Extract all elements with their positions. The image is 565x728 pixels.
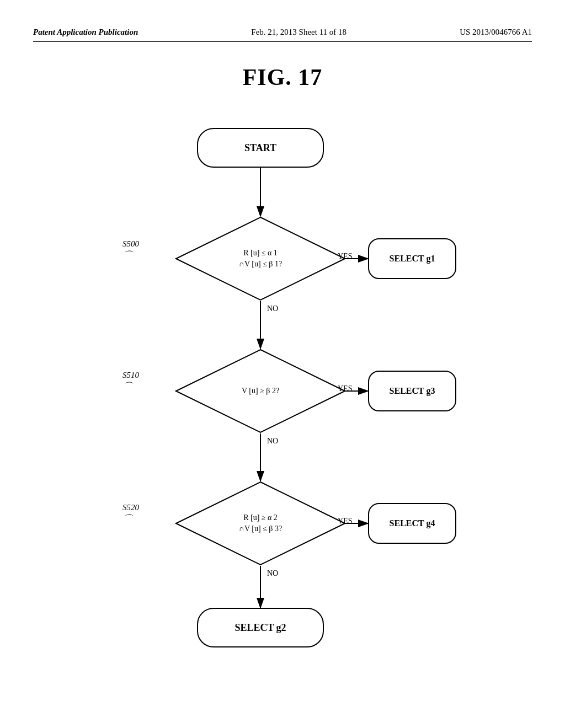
step-label-s510: S510 ⌒ bbox=[122, 371, 139, 393]
step-label-s500: S500 ⌒ bbox=[122, 239, 139, 262]
page-header: Patent Application Publication Feb. 21, … bbox=[33, 28, 532, 42]
header-center: Feb. 21, 2013 Sheet 11 of 18 bbox=[251, 28, 347, 37]
step-label-s520: S520 ⌒ bbox=[122, 503, 139, 526]
no-label-2: NO bbox=[267, 437, 278, 446]
header-left: Patent Application Publication bbox=[33, 28, 138, 37]
decision2-text: V [u] ≥ β 2? bbox=[208, 376, 313, 406]
yes-label-1: YES bbox=[338, 252, 352, 261]
decision1: R [u] ≤ α 1 ∩V [u] ≤ β 1? bbox=[175, 216, 346, 301]
no-label-3: NO bbox=[267, 569, 278, 578]
decision2: V [u] ≥ β 2? bbox=[175, 349, 346, 433]
yes-label-2: YES bbox=[338, 384, 352, 393]
select-g4: SELECT g4 bbox=[368, 503, 456, 544]
decision1-text: R [u] ≤ α 1 ∩V [u] ≤ β 1? bbox=[208, 238, 313, 279]
select-g1: SELECT g1 bbox=[368, 238, 456, 279]
figure-title: FIG. 17 bbox=[33, 64, 532, 90]
page: Patent Application Publication Feb. 21, … bbox=[0, 0, 565, 728]
decision3: R [u] ≥ α 2 ∩V [u] ≤ β 3? bbox=[175, 481, 346, 566]
flowchart-diagram: START S500 ⌒ R [u] ≤ α 1 ∩V [u] ≤ β 1? Y… bbox=[89, 118, 476, 659]
yes-label-3: YES bbox=[338, 517, 352, 526]
start-terminal: START bbox=[197, 128, 324, 168]
header-right: US 2013/0046766 A1 bbox=[460, 28, 532, 37]
select-g2: SELECT g2 bbox=[197, 608, 324, 647]
select-g3: SELECT g3 bbox=[368, 371, 456, 411]
no-label-1: NO bbox=[267, 304, 278, 313]
decision3-text: R [u] ≥ α 2 ∩V [u] ≤ β 3? bbox=[205, 502, 316, 545]
